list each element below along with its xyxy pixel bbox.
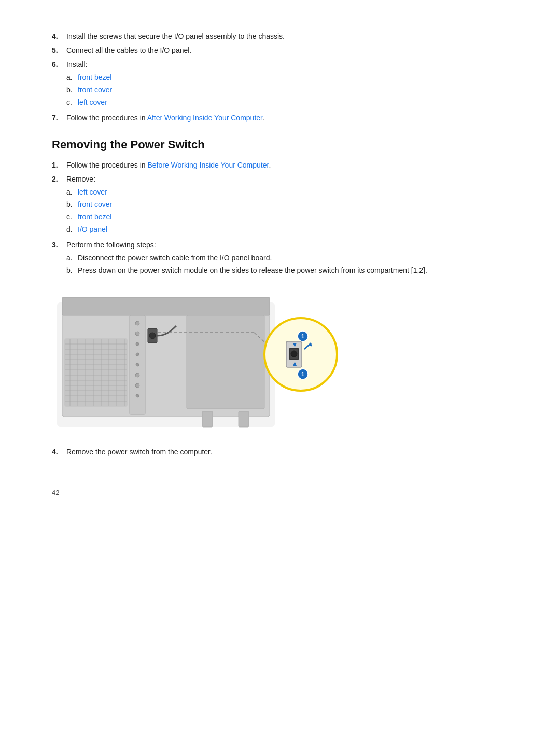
step-5-text: Connect all the cables to the I/O panel. <box>66 45 191 56</box>
remove-sub-c: c. front bezel <box>66 212 112 223</box>
remove-step-2-text: Remove: <box>66 175 95 183</box>
svg-rect-2 <box>62 297 270 315</box>
remove-plain-b: b. Press down on the power switch module… <box>66 265 427 276</box>
svg-point-32 <box>136 394 139 397</box>
remove-sub-a: a. left cover <box>66 187 112 198</box>
final-step-list: 4. Remove the power switch from the comp… <box>52 447 508 458</box>
remove-sub-list: a. left cover b. front cover c. front be… <box>66 187 112 235</box>
svg-point-26 <box>135 332 139 336</box>
step-7-text-after: . <box>262 114 264 122</box>
install-step-6: 6. Install: a. front bezel b. front cove… <box>52 59 508 109</box>
final-step-4-text: Remove the power switch from the compute… <box>66 447 212 458</box>
front-cover-link-remove[interactable]: front cover <box>78 199 112 210</box>
svg-rect-36 <box>202 411 213 427</box>
plain-b-label: b. <box>66 265 78 276</box>
step-4-num: 4. <box>52 31 66 42</box>
svg-rect-37 <box>239 411 249 427</box>
step-6-text: Install: <box>66 60 87 68</box>
install-sub-a: a. front bezel <box>66 72 112 83</box>
final-step-4: 4. Remove the power switch from the comp… <box>52 447 508 458</box>
remove-sub-b-label: b. <box>66 199 78 210</box>
svg-point-29 <box>136 363 139 366</box>
plain-b-text: Press down on the power switch module on… <box>78 265 427 276</box>
io-panel-link-remove[interactable]: I/O panel <box>78 224 107 235</box>
svg-rect-3 <box>65 339 127 406</box>
power-switch-diagram: 1 1 <box>52 287 342 437</box>
remove-plain-a: a. Disconnect the power switch cable fro… <box>66 253 427 264</box>
svg-point-45 <box>291 351 297 357</box>
remove-step-1: 1. Follow the procedures in Before Worki… <box>52 160 508 171</box>
diagram-container: 1 1 <box>52 287 508 437</box>
step-6-num: 6. <box>52 59 66 109</box>
remove-step-2: 2. Remove: a. left cover b. front cover … <box>52 174 508 237</box>
install-sub-list: a. front bezel b. front cover c. left co… <box>66 72 112 108</box>
install-sub-c: c. left cover <box>66 97 112 108</box>
install-step-7: 7. Follow the procedures in After Workin… <box>52 113 508 123</box>
svg-rect-35 <box>187 315 264 409</box>
install-step-4: 4. Install the screws that secure the I/… <box>52 31 508 42</box>
front-cover-link-install[interactable]: front cover <box>78 85 112 95</box>
step-4-text: Install the screws that secure the I/O p… <box>66 31 285 42</box>
front-bezel-link-install[interactable]: front bezel <box>78 72 111 83</box>
plain-a-label: a. <box>66 253 78 264</box>
sub-a-label: a. <box>66 72 78 83</box>
remove-steps-list: 1. Follow the procedures in Before Worki… <box>52 160 508 278</box>
remove-step-3-content: Perform the following steps: a. Disconne… <box>66 240 427 278</box>
svg-point-28 <box>136 353 139 356</box>
step-7-content: Follow the procedures in After Working I… <box>66 113 264 123</box>
remove-step-3-num: 3. <box>52 240 66 278</box>
plain-a-text: Disconnect the power switch cable from t… <box>78 253 272 264</box>
svg-point-25 <box>135 321 139 325</box>
left-cover-link-remove[interactable]: left cover <box>78 187 107 198</box>
after-working-link[interactable]: After Working Inside Your Computer <box>147 114 262 122</box>
final-step-4-num: 4. <box>52 447 66 458</box>
svg-text:1: 1 <box>301 333 304 339</box>
remove-step-3-text: Perform the following steps: <box>66 241 156 249</box>
install-sub-b: b. front cover <box>66 85 112 95</box>
remove-step-1-before: Follow the procedures in <box>66 161 147 169</box>
svg-point-27 <box>136 342 139 346</box>
svg-point-31 <box>135 383 139 388</box>
remove-sub-b: b. front cover <box>66 199 112 210</box>
remove-step-2-content: Remove: a. left cover b. front cover c. … <box>66 174 112 237</box>
remove-step-2-num: 2. <box>52 174 66 237</box>
step-6-content: Install: a. front bezel b. front cover c… <box>66 59 112 109</box>
install-steps-list: 4. Install the screws that secure the I/… <box>52 31 508 123</box>
install-step-5: 5. Connect all the cables to the I/O pan… <box>52 45 508 56</box>
remove-sub-d: d. I/O panel <box>66 224 112 235</box>
svg-point-34 <box>149 333 156 339</box>
remove-step-1-content: Follow the procedures in Before Working … <box>66 160 271 171</box>
sub-b-label: b. <box>66 85 78 95</box>
svg-text:1: 1 <box>301 371 304 377</box>
remove-sub-a-label: a. <box>66 187 78 198</box>
content-area: 4. Install the screws that secure the I/… <box>52 31 508 497</box>
remove-step-3: 3. Perform the following steps: a. Disco… <box>52 240 508 278</box>
section-title: Removing the Power Switch <box>52 138 508 151</box>
step-7-num: 7. <box>52 113 66 123</box>
remove-step-1-num: 1. <box>52 160 66 171</box>
sub-c-label: c. <box>66 97 78 108</box>
remove-sub-d-label: d. <box>66 224 78 235</box>
svg-point-30 <box>135 373 139 377</box>
page-number: 42 <box>52 489 508 497</box>
before-working-link[interactable]: Before Working Inside Your Computer <box>147 161 269 169</box>
remove-sub-c-label: c. <box>66 212 78 223</box>
remove-step-1-after: . <box>269 161 271 169</box>
step-5-num: 5. <box>52 45 66 56</box>
remove-steps-plain: a. Disconnect the power switch cable fro… <box>66 253 427 276</box>
front-bezel-link-remove[interactable]: front bezel <box>78 212 111 223</box>
left-cover-link-install[interactable]: left cover <box>78 97 107 108</box>
step-7-text-before: Follow the procedures in <box>66 114 147 122</box>
